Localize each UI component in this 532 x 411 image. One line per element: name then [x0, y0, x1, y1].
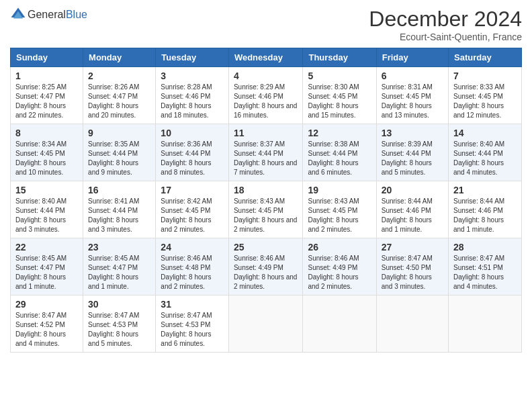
col-saturday: Saturday: [449, 48, 522, 67]
table-row: 22 Sunrise: 8:45 AMSunset: 4:47 PMDaylig…: [11, 238, 83, 295]
table-row: 11 Sunrise: 8:37 AMSunset: 4:44 PMDaylig…: [228, 124, 303, 181]
day-info: Sunrise: 8:25 AMSunset: 4:47 PMDaylight:…: [15, 83, 66, 119]
table-row: 10 Sunrise: 8:36 AMSunset: 4:44 PMDaylig…: [156, 124, 229, 181]
calendar-week-row: 15 Sunrise: 8:40 AMSunset: 4:44 PMDaylig…: [11, 181, 522, 238]
subtitle: Ecourt-Saint-Quentin, France: [369, 32, 522, 42]
day-info: Sunrise: 8:31 AMSunset: 4:45 PMDaylight:…: [382, 83, 433, 119]
day-number: 30: [88, 299, 150, 310]
table-row: 27 Sunrise: 8:47 AMSunset: 4:50 PMDaylig…: [376, 238, 448, 295]
day-info: Sunrise: 8:40 AMSunset: 4:44 PMDaylight:…: [15, 197, 66, 233]
col-tuesday: Tuesday: [156, 48, 229, 67]
table-row: 16 Sunrise: 8:41 AMSunset: 4:44 PMDaylig…: [83, 181, 156, 238]
day-info: Sunrise: 8:40 AMSunset: 4:44 PMDaylight:…: [453, 140, 504, 176]
day-info: Sunrise: 8:47 AMSunset: 4:53 PMDaylight:…: [161, 312, 212, 347]
col-friday: Friday: [376, 48, 448, 67]
table-row: 5 Sunrise: 8:30 AMSunset: 4:45 PMDayligh…: [303, 67, 376, 124]
day-number: 26: [308, 242, 371, 253]
logo-general: General: [28, 9, 66, 21]
day-info: Sunrise: 8:35 AMSunset: 4:44 PMDaylight:…: [88, 140, 139, 176]
table-row: 29 Sunrise: 8:47 AMSunset: 4:52 PMDaylig…: [11, 295, 83, 353]
day-number: 31: [161, 299, 224, 310]
day-number: 7: [453, 71, 517, 81]
day-info: Sunrise: 8:47 AMSunset: 4:51 PMDaylight:…: [453, 255, 504, 290]
table-row: 28 Sunrise: 8:47 AMSunset: 4:51 PMDaylig…: [449, 238, 522, 295]
day-number: 21: [453, 185, 517, 195]
day-info: Sunrise: 8:38 AMSunset: 4:44 PMDaylight:…: [308, 140, 359, 176]
table-row: 17 Sunrise: 8:42 AMSunset: 4:45 PMDaylig…: [156, 181, 229, 238]
day-number: 8: [15, 128, 78, 138]
table-row: 7 Sunrise: 8:33 AMSunset: 4:45 PMDayligh…: [449, 67, 522, 124]
day-number: 15: [15, 185, 78, 195]
table-row: 3 Sunrise: 8:28 AMSunset: 4:46 PMDayligh…: [156, 67, 229, 124]
table-row: 19 Sunrise: 8:43 AMSunset: 4:45 PMDaylig…: [303, 181, 376, 238]
day-number: 11: [234, 128, 298, 138]
day-number: 10: [161, 128, 224, 138]
day-number: 28: [453, 242, 517, 253]
day-number: 20: [382, 185, 443, 195]
calendar-table: Sunday Monday Tuesday Wednesday Thursday…: [10, 48, 522, 353]
day-number: 3: [161, 71, 224, 81]
day-info: Sunrise: 8:45 AMSunset: 4:47 PMDaylight:…: [88, 255, 139, 290]
day-number: 24: [161, 242, 224, 253]
logo-blue: Blue: [66, 9, 87, 21]
page: GeneralBlue December 2024 Ecourt-Saint-Q…: [0, 0, 532, 411]
day-number: 4: [234, 71, 298, 81]
day-info: Sunrise: 8:37 AMSunset: 4:44 PMDaylight:…: [234, 140, 298, 176]
table-row: 1 Sunrise: 8:25 AMSunset: 4:47 PMDayligh…: [11, 67, 83, 124]
table-row: 9 Sunrise: 8:35 AMSunset: 4:44 PMDayligh…: [83, 124, 156, 181]
day-info: Sunrise: 8:47 AMSunset: 4:50 PMDaylight:…: [382, 255, 433, 290]
day-number: 13: [382, 128, 443, 138]
day-info: Sunrise: 8:43 AMSunset: 4:45 PMDaylight:…: [308, 197, 359, 233]
day-info: Sunrise: 8:30 AMSunset: 4:45 PMDaylight:…: [308, 83, 359, 119]
day-info: Sunrise: 8:41 AMSunset: 4:44 PMDaylight:…: [88, 197, 139, 233]
calendar-week-row: 22 Sunrise: 8:45 AMSunset: 4:47 PMDaylig…: [11, 238, 522, 295]
table-row: 8 Sunrise: 8:34 AMSunset: 4:45 PMDayligh…: [11, 124, 83, 181]
table-row: 23 Sunrise: 8:45 AMSunset: 4:47 PMDaylig…: [83, 238, 156, 295]
day-number: 12: [308, 128, 371, 138]
table-row: 6 Sunrise: 8:31 AMSunset: 4:45 PMDayligh…: [376, 67, 448, 124]
table-row: 18 Sunrise: 8:43 AMSunset: 4:45 PMDaylig…: [228, 181, 303, 238]
table-row: 2 Sunrise: 8:26 AMSunset: 4:47 PMDayligh…: [83, 67, 156, 124]
table-row: 26 Sunrise: 8:46 AMSunset: 4:49 PMDaylig…: [303, 238, 376, 295]
col-monday: Monday: [83, 48, 156, 67]
col-thursday: Thursday: [303, 48, 376, 67]
day-number: 23: [88, 242, 150, 253]
table-row: 25 Sunrise: 8:46 AMSunset: 4:49 PMDaylig…: [228, 238, 303, 295]
day-info: Sunrise: 8:46 AMSunset: 4:49 PMDaylight:…: [234, 255, 298, 290]
table-row: [303, 295, 376, 353]
day-info: Sunrise: 8:44 AMSunset: 4:46 PMDaylight:…: [382, 197, 433, 233]
day-info: Sunrise: 8:43 AMSunset: 4:45 PMDaylight:…: [234, 197, 298, 233]
table-row: [449, 295, 522, 353]
table-row: 20 Sunrise: 8:44 AMSunset: 4:46 PMDaylig…: [376, 181, 448, 238]
day-number: 1: [15, 71, 78, 81]
col-wednesday: Wednesday: [228, 48, 303, 67]
day-number: 27: [382, 242, 443, 253]
day-number: 16: [88, 185, 150, 195]
title-area: December 2024 Ecourt-Saint-Quentin, Fran…: [369, 7, 522, 42]
day-number: 18: [234, 185, 298, 195]
day-number: 19: [308, 185, 371, 195]
day-info: Sunrise: 8:33 AMSunset: 4:45 PMDaylight:…: [453, 83, 504, 119]
day-info: Sunrise: 8:47 AMSunset: 4:52 PMDaylight:…: [15, 312, 66, 347]
day-info: Sunrise: 8:26 AMSunset: 4:47 PMDaylight:…: [88, 83, 139, 119]
day-number: 29: [15, 299, 78, 310]
day-number: 5: [308, 71, 371, 81]
header: GeneralBlue December 2024 Ecourt-Saint-Q…: [10, 7, 522, 42]
table-row: 24 Sunrise: 8:46 AMSunset: 4:48 PMDaylig…: [156, 238, 229, 295]
day-number: 9: [88, 128, 150, 138]
day-number: 25: [234, 242, 298, 253]
table-row: 31 Sunrise: 8:47 AMSunset: 4:53 PMDaylig…: [156, 295, 229, 353]
day-number: 6: [382, 71, 443, 81]
day-info: Sunrise: 8:46 AMSunset: 4:48 PMDaylight:…: [161, 255, 212, 290]
day-info: Sunrise: 8:39 AMSunset: 4:44 PMDaylight:…: [382, 140, 433, 176]
day-info: Sunrise: 8:42 AMSunset: 4:45 PMDaylight:…: [161, 197, 212, 233]
day-number: 22: [15, 242, 78, 253]
table-row: 12 Sunrise: 8:38 AMSunset: 4:44 PMDaylig…: [303, 124, 376, 181]
day-info: Sunrise: 8:28 AMSunset: 4:46 PMDaylight:…: [161, 83, 212, 119]
calendar-week-row: 8 Sunrise: 8:34 AMSunset: 4:45 PMDayligh…: [11, 124, 522, 181]
day-info: Sunrise: 8:45 AMSunset: 4:47 PMDaylight:…: [15, 255, 66, 290]
logo-icon: [10, 7, 26, 23]
calendar-week-row: 29 Sunrise: 8:47 AMSunset: 4:52 PMDaylig…: [11, 295, 522, 353]
day-info: Sunrise: 8:46 AMSunset: 4:49 PMDaylight:…: [308, 255, 359, 290]
day-info: Sunrise: 8:29 AMSunset: 4:46 PMDaylight:…: [234, 83, 298, 119]
